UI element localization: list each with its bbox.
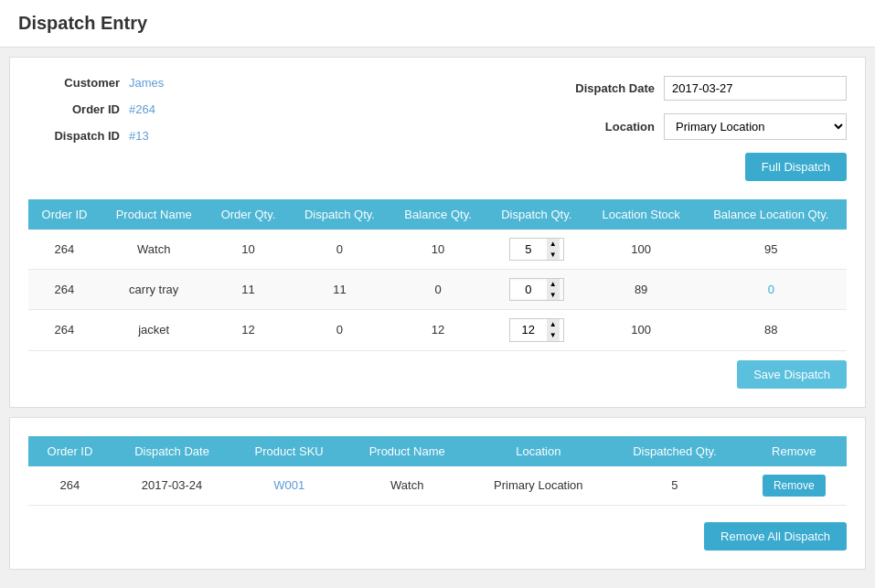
cell-balance-qty: 10 <box>389 230 486 270</box>
location-row: Location Primary Location <box>563 113 847 140</box>
order-id-value: #264 <box>129 102 155 116</box>
col-location-stock: Location Stock <box>587 199 696 230</box>
cell-balance-qty: 12 <box>389 310 486 350</box>
hist-col-dispatched-qty: Dispatched Qty. <box>608 436 741 466</box>
cell-product-name: Watch <box>101 230 208 270</box>
hist-cell-product-sku: W001 <box>232 466 346 506</box>
hist-col-remove: Remove <box>742 436 848 466</box>
form-right: Dispatch Date Location Primary Location … <box>563 76 847 181</box>
cell-order-id: 264 <box>28 310 101 350</box>
cell-order-qty: 11 <box>207 270 289 310</box>
cell-dispatch-qty: 0 <box>290 230 390 270</box>
table-row: 264jacket12012▲▼10088 <box>28 310 847 350</box>
order-id-label: Order ID <box>28 102 120 116</box>
cell-product-name: jacket <box>101 310 208 350</box>
spinner-container[interactable]: ▲▼ <box>509 238 564 261</box>
location-label: Location <box>563 120 655 134</box>
cell-location-stock: 89 <box>587 270 696 310</box>
history-header-row: Order ID Dispatch Date Product SKU Produ… <box>28 436 847 466</box>
remove-button[interactable]: Remove <box>763 475 826 497</box>
spinner-container[interactable]: ▲▼ <box>509 318 564 341</box>
hist-col-dispatch-date: Dispatch Date <box>112 436 232 466</box>
hist-cell-product-name: Watch <box>346 466 468 506</box>
col-dispatch-qty-2: Dispatch Qty. <box>486 199 587 230</box>
history-table-row: 2642017-03-24W001WatchPrimary Location5R… <box>28 466 847 506</box>
history-table: Order ID Dispatch Date Product SKU Produ… <box>28 436 847 506</box>
save-dispatch-button[interactable]: Save Dispatch <box>737 360 847 389</box>
col-order-qty: Order Qty. <box>207 199 289 230</box>
col-product-name: Product Name <box>101 199 208 230</box>
save-dispatch-row: Save Dispatch <box>28 360 847 389</box>
hist-col-product-sku: Product SKU <box>232 436 346 466</box>
customer-label: Customer <box>28 76 120 90</box>
hist-cell-dispatch-date: 2017-03-24 <box>112 466 232 506</box>
cell-balance-qty: 0 <box>389 270 486 310</box>
remove-all-row: Remove All Dispatch <box>28 515 847 551</box>
dispatch-table: Order ID Product Name Order Qty. Dispatc… <box>28 199 847 351</box>
col-balance-loc-qty: Balance Location Qty. <box>696 199 847 230</box>
cell-balance-loc-qty: 88 <box>696 310 847 350</box>
hist-cell-remove[interactable]: Remove <box>742 466 848 506</box>
spinner-up[interactable]: ▲ <box>547 279 560 290</box>
hist-cell-order-id: 264 <box>28 466 112 506</box>
cell-dispatch-qty: 11 <box>290 270 390 310</box>
hist-cell-dispatched-qty: 5 <box>608 466 741 506</box>
full-dispatch-button[interactable]: Full Dispatch <box>745 153 847 181</box>
full-dispatch-row: Full Dispatch <box>563 153 847 181</box>
cell-balance-loc-qty: 0 <box>696 270 847 310</box>
spinner-down[interactable]: ▼ <box>547 290 560 301</box>
page-title: Dispatch Entry <box>0 0 875 48</box>
remove-all-dispatch-button[interactable]: Remove All Dispatch <box>704 522 847 551</box>
cell-balance-loc-qty: 95 <box>696 230 847 270</box>
form-left: Customer James Order ID #264 Dispatch ID… <box>28 76 164 181</box>
table-row: 264Watch10010▲▼10095 <box>28 230 847 270</box>
cell-product-name: carry tray <box>101 270 208 310</box>
hist-cell-location: Primary Location <box>468 466 608 506</box>
spinner-up[interactable]: ▲ <box>547 239 560 250</box>
spinner-up[interactable]: ▲ <box>547 319 560 330</box>
cell-dispatch-qty: 0 <box>290 310 390 350</box>
customer-value: James <box>129 76 164 90</box>
location-select[interactable]: Primary Location <box>664 113 847 140</box>
col-dispatch-qty-1: Dispatch Qty. <box>290 199 390 230</box>
col-balance-qty: Balance Qty. <box>389 199 486 230</box>
dispatch-entry-section: Customer James Order ID #264 Dispatch ID… <box>9 57 866 408</box>
spinner-input[interactable] <box>510 241 547 258</box>
hist-col-location: Location <box>468 436 608 466</box>
customer-row: Customer James <box>28 76 164 90</box>
cell-dispatch-input[interactable]: ▲▼ <box>486 230 587 270</box>
dispatch-id-value: #13 <box>129 129 149 143</box>
form-area: Customer James Order ID #264 Dispatch ID… <box>28 76 847 181</box>
spinner-input[interactable] <box>510 321 547 338</box>
dispatch-date-input[interactable] <box>664 76 847 101</box>
dispatch-date-row: Dispatch Date <box>563 76 847 101</box>
cell-order-qty: 12 <box>207 310 289 350</box>
cell-dispatch-input[interactable]: ▲▼ <box>486 270 587 310</box>
spinner-container[interactable]: ▲▼ <box>509 278 564 301</box>
dispatch-id-row: Dispatch ID #13 <box>28 129 164 143</box>
cell-location-stock: 100 <box>587 310 696 350</box>
spinner-down[interactable]: ▼ <box>547 250 560 261</box>
table-row: 264carry tray11110▲▼890 <box>28 270 847 310</box>
hist-col-order-id: Order ID <box>28 436 112 466</box>
order-id-row: Order ID #264 <box>28 102 164 116</box>
cell-dispatch-input[interactable]: ▲▼ <box>486 310 587 350</box>
table-header-row: Order ID Product Name Order Qty. Dispatc… <box>28 199 847 230</box>
dispatch-id-label: Dispatch ID <box>28 129 120 143</box>
cell-location-stock: 100 <box>587 230 696 270</box>
col-order-id: Order ID <box>28 199 101 230</box>
cell-order-qty: 10 <box>207 230 289 270</box>
hist-col-product-name: Product Name <box>346 436 468 466</box>
history-section: Order ID Dispatch Date Product SKU Produ… <box>9 417 866 570</box>
spinner-down[interactable]: ▼ <box>547 330 560 341</box>
cell-order-id: 264 <box>28 270 101 310</box>
spinner-input[interactable] <box>510 281 547 298</box>
dispatch-date-label: Dispatch Date <box>563 81 655 95</box>
cell-order-id: 264 <box>28 230 101 270</box>
